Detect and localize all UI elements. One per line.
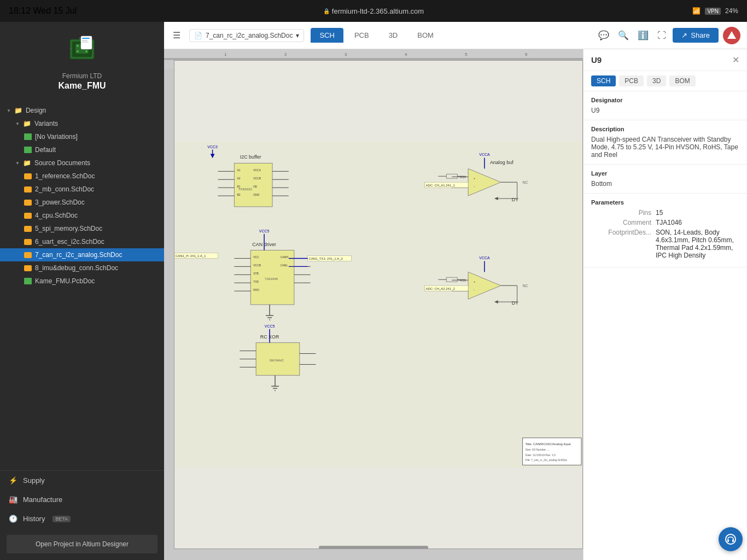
layer-label: Layer	[591, 170, 739, 177]
panel-tab-pcb[interactable]: PCB	[619, 75, 644, 86]
lock-icon: 🔒	[323, 8, 330, 14]
svg-text:+: +	[474, 177, 476, 180]
parameters-label: Parameters	[591, 199, 739, 206]
toolbar-right: 💬 🔍 ℹ️ ⛶ ↗ Share	[596, 27, 740, 44]
sidebar-history[interactable]: 🕐 History BETA	[0, 509, 164, 528]
hamburger-button[interactable]: ☰	[171, 28, 183, 43]
support-chat-button[interactable]	[719, 527, 743, 551]
panel-close-button[interactable]: ✕	[732, 55, 739, 65]
sidebar-file-6[interactable]: 6_uart_esc_i2c.SchDoc	[0, 235, 164, 248]
panel-tab-3d[interactable]: 3D	[647, 75, 666, 86]
altium-logo-button[interactable]	[723, 27, 740, 44]
svg-text:A1: A1	[237, 169, 240, 172]
logo-container	[66, 33, 98, 68]
sidebar-file-4[interactable]: 4_cpu.SchDoc	[0, 209, 164, 222]
svg-text:Analog buf: Analog buf	[490, 160, 513, 165]
wifi-icon: 📶	[692, 7, 701, 15]
sidebar-file-8[interactable]: 8_imu&debug_conn.SchDoc	[0, 261, 164, 275]
dropdown-icon: ▾	[296, 32, 299, 39]
svg-text:RXD: RXD	[253, 289, 259, 291]
svg-text:STB: STB	[253, 272, 259, 275]
svg-point-144	[726, 534, 736, 544]
sidebar-item-default[interactable]: Default	[0, 143, 164, 156]
file-sch-icon	[24, 213, 32, 219]
param-comment: Comment TJA1046	[591, 219, 739, 226]
svg-text:CANH: CANH	[281, 256, 288, 259]
description-label: Description	[591, 126, 739, 132]
sidebar-nav: ▼ 📁 Design ▼ 📁 Variants [No Variations] …	[0, 100, 164, 470]
tab-pcb[interactable]: PCB	[346, 28, 378, 43]
designator-label: Designator	[591, 97, 739, 103]
app-toolbar: ☰ 📄 7_can_rc_i2c_analog.SchDoc ▾ SCH PCB…	[164, 22, 747, 49]
sidebar-item-variants[interactable]: ▼ 📁 Variants	[0, 117, 164, 130]
beta-badge: BETA	[52, 516, 71, 522]
svg-text:Size: A3    Number: ...: Size: A3 Number: ...	[526, 448, 550, 451]
svg-text:VCCA: VCCA	[479, 256, 490, 260]
svg-text:SN74AVC: SN74AVC	[270, 359, 284, 362]
file-sch-icon	[24, 200, 32, 206]
svg-text:VCC3: VCC3	[207, 145, 218, 149]
parameters-section: Parameters Pins 15 Comment TJA1046 Footp…	[583, 194, 747, 267]
company-name: Fermium LTD	[62, 72, 102, 80]
sidebar-supply[interactable]: ⚡ Supply	[0, 471, 164, 490]
share-button[interactable]: ↗ Share	[673, 28, 719, 43]
sidebar-item-design[interactable]: ▼ 📁 Design	[0, 104, 164, 117]
tab-sch[interactable]: SCH	[311, 28, 343, 43]
panel-tabs: SCH PCB 3D BOM	[583, 71, 747, 91]
sidebar-file-2[interactable]: 2_mb_conn.SchDoc	[0, 183, 164, 196]
folder-icon: 📁	[23, 120, 31, 127]
layer-section: Layer Bottom	[583, 165, 747, 194]
main-layout: Fermium LTD Kame_FMU ▼ 📁 Design ▼ 📁 Vari…	[0, 22, 747, 560]
svg-text:VCCB: VCCB	[253, 264, 261, 267]
svg-text:VCC: VCC	[253, 256, 259, 259]
sidebar-item-source-docs[interactable]: ▼ 📁 Source Documents	[0, 156, 164, 170]
schematic-canvas[interactable]: I2C buffer A1	[174, 60, 583, 549]
history-icon: 🕐	[9, 515, 17, 523]
variant-icon	[24, 147, 32, 153]
altium-logo	[726, 30, 737, 41]
top-bar-time: 18:12 Wed 15 Jul	[9, 6, 77, 16]
param-footprint: FootprintDes... SON, 14-Leads, Body 4.6x…	[591, 229, 739, 259]
svg-rect-13	[82, 40, 87, 41]
svg-text:5: 5	[465, 52, 468, 57]
tab-bom[interactable]: BOM	[408, 28, 442, 43]
file-pcb-icon	[24, 278, 32, 284]
sidebar-file-7[interactable]: 7_can_rc_i2c_analog.SchDoc	[0, 248, 164, 261]
top-bar: 18:12 Wed 15 Jul 🔒 fermium-ltd-2.365.alt…	[0, 0, 747, 22]
sidebar-file-1[interactable]: 1_reference.SchDoc	[0, 170, 164, 183]
svg-rect-9	[79, 37, 80, 39]
info-button[interactable]: ℹ️	[635, 28, 651, 43]
search-button[interactable]: 🔍	[616, 28, 631, 43]
sidebar-manufacture[interactable]: 🏭 Manufacture	[0, 490, 164, 509]
svg-point-3	[77, 45, 79, 47]
schematic-svg: I2C buffer A1	[174, 61, 582, 549]
sidebar-file-5[interactable]: 5_spi_memory.SchDoc	[0, 222, 164, 235]
svg-text:TJA1046: TJA1046	[265, 277, 278, 281]
schematic-viewer[interactable]: 1 2 3 4 5 6	[164, 49, 583, 560]
panel-tab-sch[interactable]: SCH	[591, 75, 616, 86]
svg-rect-145	[727, 539, 729, 542]
panel-tab-bom[interactable]: BOM	[669, 75, 695, 86]
ruler-top: 1 2 3 4 5 6	[164, 49, 583, 59]
sidebar-item-no-variations[interactable]: [No Variations]	[0, 130, 164, 143]
chat-icon-button[interactable]: 💬	[596, 28, 611, 43]
svg-text:VCC5: VCC5	[259, 229, 270, 233]
tab-3d[interactable]: 3D	[380, 28, 407, 43]
svg-text:4: 4	[405, 52, 407, 57]
svg-text:TXD: TXD	[253, 281, 259, 283]
file-selector[interactable]: 📄 7_can_rc_i2c_analog.SchDoc ▾	[189, 29, 304, 42]
sidebar-file-3[interactable]: 3_power.SchDoc	[0, 196, 164, 209]
svg-point-5	[77, 50, 79, 52]
svg-text:TXS0102: TXS0102	[238, 188, 253, 191]
battery-level: 24%	[725, 7, 738, 15]
sidebar-file-pcb[interactable]: Kame_FMU.PcbDoc	[0, 275, 164, 288]
svg-rect-7	[70, 48, 72, 49]
svg-text:CAN1_H: 241_1.A_1: CAN1_H: 241_1.A_1	[176, 254, 206, 258]
sidebar-header: Fermium LTD Kame_FMU	[0, 22, 164, 100]
svg-text:6: 6	[525, 52, 528, 57]
open-project-button[interactable]: Open Project in Altium Designer	[7, 535, 157, 553]
svg-text:Title: CAN/RC/I2C/Analog Input: Title: CAN/RC/I2C/Analog Input	[526, 442, 571, 446]
svg-text:-: -	[474, 288, 475, 291]
expand-button[interactable]: ⛶	[655, 28, 668, 43]
horizontal-scrollbar[interactable]	[319, 546, 428, 549]
